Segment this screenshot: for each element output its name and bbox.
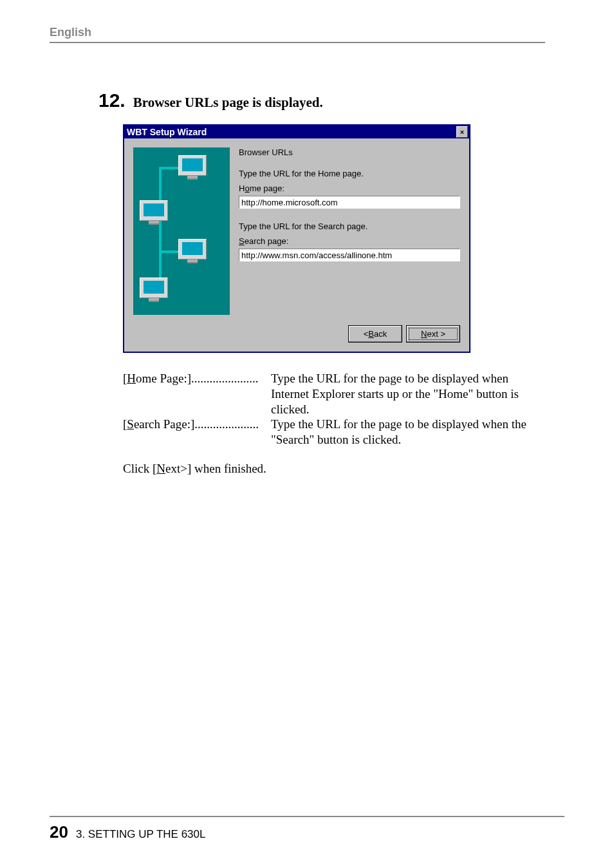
label-text: earch page: [245, 236, 289, 246]
step-number: 12. [98, 90, 126, 111]
descriptions: [Home Page:]...................... Type … [123, 371, 528, 448]
search-page-label: Search page: [239, 236, 460, 246]
text-accel: N [156, 462, 165, 475]
finish-instruction: Click [Next>] when finished. [123, 462, 564, 476]
step-heading: 12. Browser URLs page is displayed. [98, 90, 564, 111]
btn-text: ext > [427, 329, 445, 339]
wizard-heading: Browser URLs [239, 147, 460, 157]
home-page-input[interactable] [239, 196, 460, 209]
monitor-icon [178, 155, 207, 180]
label-accel: o [245, 184, 249, 193]
label-accel: S [127, 417, 134, 431]
monitor-icon [178, 239, 207, 263]
back-button[interactable]: < Back [348, 325, 402, 343]
search-page-input[interactable] [239, 249, 460, 261]
desc-search-text: "Search" button is clicked. [271, 432, 528, 448]
wizard-titlebar: WBT Setup Wizard × [124, 126, 469, 138]
desc-home-text: Internet Explorer starts up or the "Home… [271, 386, 528, 402]
desc-search-text: Type the URL for the page to be displaye… [271, 417, 528, 432]
monitor-icon [140, 278, 168, 302]
wizard-dialog: WBT Setup Wizard × Browser URLs Type the… [123, 124, 470, 353]
monitor-icon [140, 200, 168, 225]
home-instruction: Type the URL for the Home page. [239, 169, 460, 178]
close-button[interactable]: × [456, 126, 468, 138]
label-text: ome Page:] [136, 372, 191, 385]
label-dots: ...................... [191, 372, 259, 385]
label-accel: S [239, 236, 245, 246]
btn-text: < [364, 329, 369, 339]
step-title: Browser URLs page is displayed. [133, 95, 323, 111]
desc-home-row: [Home Page:]...................... Type … [123, 371, 528, 386]
desc-home-text: clicked. [271, 402, 528, 417]
header-language: English [50, 26, 545, 43]
search-instruction: Type the URL for the Search page. [239, 222, 460, 231]
next-button[interactable]: Next > [406, 325, 460, 343]
btn-text: ack [374, 329, 387, 339]
label-text: H [239, 184, 245, 193]
label-text: me page: [250, 184, 284, 193]
wizard-side-graphic [133, 147, 230, 315]
text: ext>] when finished. [165, 462, 266, 475]
home-page-label: Home page: [239, 184, 460, 193]
wizard-title: WBT Setup Wizard [127, 127, 207, 137]
page-number: 20 [50, 822, 68, 842]
label-dots: ..................... [194, 417, 259, 431]
btn-accel: B [368, 329, 374, 339]
desc-search-row: [Search Page:]..................... Type… [123, 417, 528, 432]
page-footer: 20 3. SETTING UP THE 630L [50, 816, 564, 842]
btn-accel: N [421, 329, 427, 339]
label-accel: H [127, 372, 136, 385]
footer-section: 3. SETTING UP THE 630L [76, 828, 206, 841]
text: Click [ [123, 462, 156, 475]
label-text: earch Page:] [134, 417, 194, 431]
desc-home-text: Type the URL for the page to be displaye… [271, 371, 528, 386]
